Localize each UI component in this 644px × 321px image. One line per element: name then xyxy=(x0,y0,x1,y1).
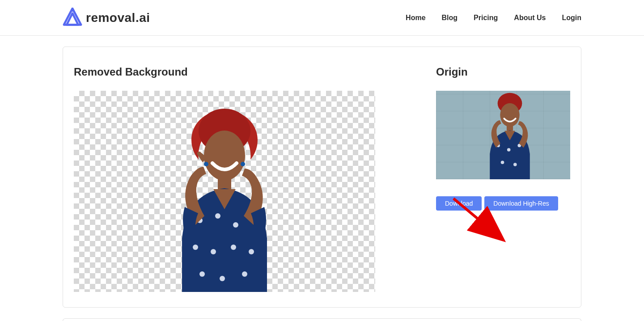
person-cutout-image xyxy=(155,104,294,292)
brand-logo[interactable]: removal.ai xyxy=(63,8,150,28)
download-button[interactable]: Download xyxy=(436,196,482,211)
svg-point-8 xyxy=(233,222,238,228)
nav-login[interactable]: Login xyxy=(562,14,581,22)
svg-point-21 xyxy=(507,148,511,152)
origin-section: Origin xyxy=(436,66,570,292)
svg-point-4 xyxy=(204,162,208,166)
nav-home[interactable]: Home xyxy=(406,14,425,22)
svg-point-18 xyxy=(500,103,519,127)
svg-point-0 xyxy=(71,8,74,11)
svg-rect-3 xyxy=(218,176,231,189)
nav-about-us[interactable]: About Us xyxy=(514,14,546,22)
person-original-image xyxy=(476,91,543,179)
svg-point-13 xyxy=(249,249,254,254)
svg-point-2 xyxy=(204,131,245,181)
removed-bg-image xyxy=(74,91,375,292)
svg-point-16 xyxy=(242,271,247,277)
next-panel-top xyxy=(63,318,581,321)
removed-background-section: Removed Background xyxy=(74,66,375,292)
svg-point-12 xyxy=(231,245,236,250)
svg-point-11 xyxy=(211,249,216,254)
download-buttons: Download Download High-Res xyxy=(436,196,570,211)
svg-point-10 xyxy=(193,245,198,250)
nav-pricing[interactable]: Pricing xyxy=(474,14,498,22)
primary-nav: Home Blog Pricing About Us Login xyxy=(406,14,581,22)
result-panel: Removed Background xyxy=(63,46,581,308)
brand-logo-icon xyxy=(63,8,82,28)
origin-heading: Origin xyxy=(436,66,570,78)
brand-name: removal.ai xyxy=(86,11,150,25)
svg-point-14 xyxy=(199,271,205,277)
main-container: Removed Background xyxy=(63,46,581,308)
svg-rect-19 xyxy=(507,124,513,131)
svg-point-24 xyxy=(513,163,517,166)
svg-point-15 xyxy=(220,276,225,281)
origin-image xyxy=(436,91,570,179)
svg-point-23 xyxy=(501,161,504,165)
site-header: removal.ai Home Blog Pricing About Us Lo… xyxy=(0,0,644,36)
nav-blog[interactable]: Blog xyxy=(442,14,458,22)
svg-point-5 xyxy=(241,162,245,166)
svg-point-7 xyxy=(215,213,220,219)
removed-bg-heading: Removed Background xyxy=(74,66,375,78)
download-high-res-button[interactable]: Download High-Res xyxy=(484,196,558,211)
